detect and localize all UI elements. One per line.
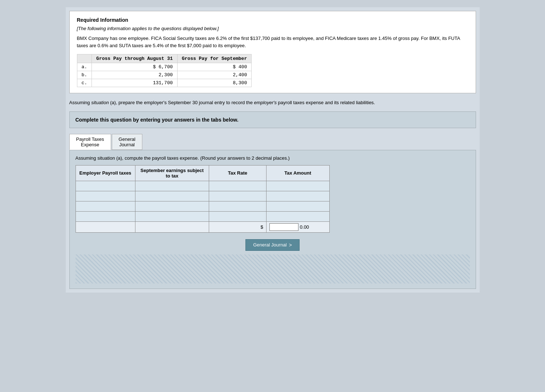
required-info-subtitle: [The following information applies to th… bbox=[77, 26, 468, 31]
total-label: $ bbox=[209, 221, 267, 232]
tabs-container: Payroll Taxes Expense General Journal bbox=[69, 134, 476, 150]
table-row: c. 131,700 8,300 bbox=[77, 79, 252, 87]
col-gross-sep-header: Gross Pay for September bbox=[177, 54, 251, 63]
sept-earnings-field-4[interactable] bbox=[138, 214, 206, 219]
col-empty-header bbox=[77, 54, 92, 63]
tab-payroll-taxes-line2: Expense bbox=[76, 142, 104, 147]
tax-amount-input-4 bbox=[266, 211, 329, 221]
required-info-body: BMX Company has one employee. FICA Socia… bbox=[77, 35, 468, 49]
general-journal-button-label: General Journal bbox=[253, 242, 287, 248]
employer-tax-field-2[interactable] bbox=[79, 193, 132, 199]
button-row: General Journal > bbox=[76, 236, 470, 251]
tax-rate-input-1 bbox=[209, 181, 267, 191]
chevron-right-icon: > bbox=[289, 242, 292, 248]
sept-earnings-input-3 bbox=[135, 201, 209, 211]
instruction-text: Complete this question by entering your … bbox=[76, 117, 239, 123]
tax-rate-field-3[interactable] bbox=[212, 204, 263, 209]
required-info-box: Required Information [The following info… bbox=[69, 11, 476, 93]
total-row: $ 0.00 bbox=[76, 221, 329, 232]
tax-rate-input-3 bbox=[209, 201, 267, 211]
payroll-taxes-table: Employer Payroll taxes September earning… bbox=[76, 165, 330, 233]
sept-earnings-field-3[interactable] bbox=[138, 204, 206, 209]
tab-payroll-taxes[interactable]: Payroll Taxes Expense bbox=[69, 134, 111, 150]
table-row bbox=[76, 191, 329, 201]
employer-tax-input-3 bbox=[76, 201, 135, 211]
row-c-label: c. bbox=[77, 79, 92, 87]
row-c-col2: 8,300 bbox=[177, 79, 251, 87]
sept-earnings-field-2[interactable] bbox=[138, 193, 206, 199]
table-row: b. 2,300 2,400 bbox=[77, 71, 252, 79]
row-c-col1: 131,700 bbox=[92, 79, 178, 87]
sept-earnings-input-2 bbox=[135, 191, 209, 201]
col-tax-rate-header: Tax Rate bbox=[209, 165, 267, 181]
employer-tax-input-4 bbox=[76, 211, 135, 221]
row-a-col2: $ 400 bbox=[177, 63, 251, 71]
row-b-label: b. bbox=[77, 71, 92, 79]
tab-payroll-taxes-line1: Payroll Taxes bbox=[76, 136, 104, 142]
sept-earnings-input-4 bbox=[135, 211, 209, 221]
required-info-title: Required Information bbox=[77, 17, 468, 23]
sept-earnings-field-1[interactable] bbox=[138, 183, 206, 189]
tax-amount-field-3[interactable] bbox=[269, 204, 326, 209]
table-row bbox=[76, 181, 329, 191]
table-row bbox=[76, 201, 329, 211]
total-amount-display: 0.00 bbox=[300, 224, 309, 230]
row-a-label: a. bbox=[77, 63, 92, 71]
employer-tax-input-2 bbox=[76, 191, 135, 201]
row-b-col2: 2,400 bbox=[177, 71, 251, 79]
tab-general-journal[interactable]: General Journal bbox=[112, 134, 142, 150]
sept-earnings-input-1 bbox=[135, 181, 209, 191]
question-text: Assuming situation (a), prepare the empl… bbox=[69, 99, 476, 106]
general-journal-button[interactable]: General Journal > bbox=[245, 239, 300, 251]
total-amount-input[interactable] bbox=[269, 223, 298, 231]
tax-amount-input-3 bbox=[266, 201, 329, 211]
main-container: Required Information [The following info… bbox=[66, 7, 480, 293]
tax-amount-input-1 bbox=[266, 181, 329, 191]
row-a-col1: $ 6,700 bbox=[92, 63, 178, 71]
col-sept-earnings-header: September earnings subject to tax bbox=[135, 165, 209, 181]
table-row bbox=[76, 211, 329, 221]
instruction-box: Complete this question by entering your … bbox=[69, 111, 476, 128]
compute-text: Assuming situation (a), compute the payr… bbox=[76, 155, 470, 161]
total-amount-cell: 0.00 bbox=[266, 221, 329, 232]
tax-amount-field-4[interactable] bbox=[269, 214, 326, 219]
gross-pay-table: Gross Pay through August 31 Gross Pay fo… bbox=[77, 54, 252, 87]
striped-bottom-area bbox=[76, 254, 470, 283]
employer-tax-field-1[interactable] bbox=[79, 183, 132, 189]
row-b-col1: 2,300 bbox=[92, 71, 178, 79]
tax-rate-input-4 bbox=[209, 211, 267, 221]
employer-tax-input-1 bbox=[76, 181, 135, 191]
tab-content: Assuming situation (a), compute the payr… bbox=[69, 150, 476, 289]
tab-general-journal-line1: General bbox=[119, 136, 135, 142]
tax-rate-field-4[interactable] bbox=[212, 214, 263, 219]
tab-general-journal-line2: Journal bbox=[119, 142, 135, 147]
tax-amount-field-2[interactable] bbox=[269, 193, 326, 199]
col-employer-payroll-header: Employer Payroll taxes bbox=[76, 165, 135, 181]
employer-tax-field-4[interactable] bbox=[79, 214, 132, 219]
col-tax-amount-header: Tax Amount bbox=[266, 165, 329, 181]
tax-rate-field-2[interactable] bbox=[212, 193, 263, 199]
total-empty-1 bbox=[76, 221, 135, 232]
employer-tax-field-3[interactable] bbox=[79, 204, 132, 209]
tax-rate-field-1[interactable] bbox=[212, 183, 263, 189]
tax-rate-input-2 bbox=[209, 191, 267, 201]
total-dollar-sign: $ bbox=[261, 224, 263, 230]
tax-amount-field-1[interactable] bbox=[269, 183, 326, 189]
tax-amount-input-2 bbox=[266, 191, 329, 201]
total-empty-2 bbox=[135, 221, 209, 232]
table-row: a. $ 6,700 $ 400 bbox=[77, 63, 252, 71]
col-gross-aug-header: Gross Pay through August 31 bbox=[92, 54, 178, 63]
